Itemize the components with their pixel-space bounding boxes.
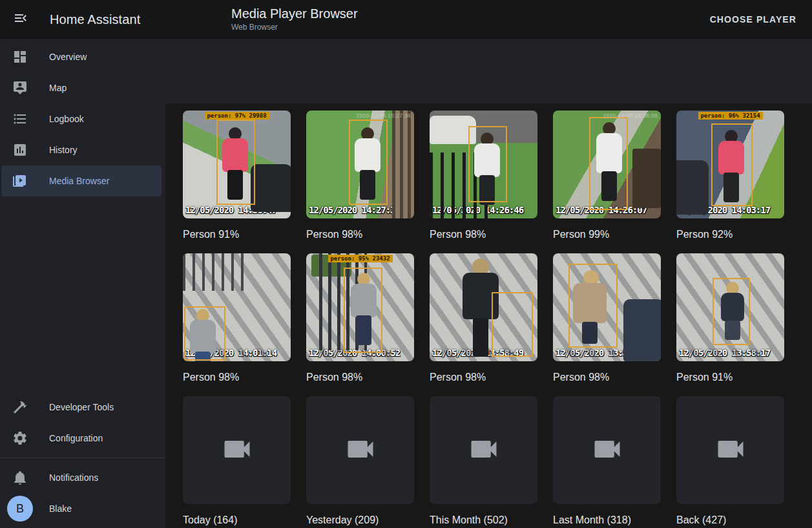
stroller-shape [251,164,291,212]
video-camera-icon [467,432,501,469]
folder-label: Today (164) [183,512,291,527]
video-camera-icon [590,432,624,469]
clip-card[interactable]: person: 96% 32154 12/05/2020 14:03:17 Pe… [676,111,784,242]
clip-thumbnail: 2020-12-05 15:27:36 12/05/2020 14:27:35 [306,111,414,218]
sidebar: Overview Map Logbook History Media Brows… [0,39,165,528]
detection-bbox [216,120,255,205]
choose-player-button[interactable]: CHOOSE PLAYER [702,0,804,39]
folder-label: Back (427) [676,512,784,527]
clip-thumbnail: 2020-12-05 15:26:08 12/05/2020 14:26:07 [553,111,661,218]
clip-card[interactable]: person: 95% 23432 12/05/2020 14:00:52 Pe… [306,253,414,385]
video-camera-icon [220,432,254,469]
user-name: Blake [49,503,72,514]
folder-thumbnail [306,396,414,504]
clip-thumbnail: person: 97% 29988 12/05/2020 14:38:47 [183,111,291,218]
sidebar-item-label: Notifications [49,472,98,483]
list-icon [12,111,28,127]
detection-label: person: 95% 23432 [328,255,392,262]
sidebar-item-history[interactable]: History [1,134,161,165]
folder-label: This Month (502) [430,512,537,527]
menu-open-icon [13,10,28,28]
sidebar-item-developer-tools[interactable]: Developer Tools [1,392,161,423]
stroller-shape [676,160,709,215]
folder-card-last-month[interactable]: Last Month (318) [553,396,661,527]
folder-thumbnail [553,396,661,504]
clip-label: Person 91% [676,370,784,385]
clip-thumbnail: 12/05/2020 14:26:46 [430,111,537,218]
clip-card[interactable]: 2020-12-05 15:27:36 12/05/2020 14:27:35 … [306,111,414,242]
gear-icon [12,430,28,446]
panel-subtitle: Web Browser [231,23,358,32]
folder-card-today[interactable]: Today (164) [183,396,291,527]
detection-label: person: 96% 32154 [698,112,762,120]
clip-thumbnail: 12/05/2020 14:01:14 [183,253,291,361]
clip-label: Person 92% [676,227,784,242]
chart-icon [12,142,28,158]
map-account-icon [12,80,28,96]
clip-label: Person 99% [553,227,661,242]
detection-bbox [568,264,618,348]
sidebar-item-map[interactable]: Map [1,72,161,103]
sidebar-item-label: History [49,145,78,155]
app-header: Home Assistant Media Player Browser Web … [0,0,812,39]
sidebar-item-notifications[interactable]: Notifications [1,462,161,493]
person-figure [349,273,379,345]
detection-bbox [711,123,753,206]
folder-card-yesterday[interactable]: Yesterday (209) [306,396,414,527]
sidebar-spacer [0,196,165,389]
camera-watermark: 2020-12-05 15:26:08 [603,112,658,119]
sidebar-item-media-browser[interactable]: Media Browser [1,165,161,196]
detection-bbox [589,117,628,210]
sidebar-title: Home Assistant [50,12,140,27]
clip-card[interactable]: 12/05/2020 14:01:14 Person 98% [183,253,291,385]
folder-card-this-month[interactable]: This Month (502) [430,396,537,527]
clip-card[interactable]: 12/05/2020 13:58:30 Person 98% [553,253,661,385]
sidebar-item-overview[interactable]: Overview [1,41,161,72]
folder-label: Last Month (318) [553,512,661,527]
camera-watermark: 2020-12-05 15:27:36 [356,112,411,119]
folder-card-back[interactable]: Back (427) [676,396,784,527]
user-avatar: B [7,496,33,522]
clip-label: Person 98% [183,370,291,385]
sidebar-item-label: Configuration [49,433,103,443]
clip-label: Person 98% [306,227,414,242]
clip-card[interactable]: person: 97% 29988 12/05/2020 14:38:47 Pe… [183,111,291,242]
detection-bbox [349,120,388,205]
clip-card[interactable]: 12/05/2020 14:26:46 Person 98% [430,111,537,242]
bell-icon [12,470,28,485]
clip-card[interactable]: 12/05/2020 13:58:49 Person 98% [430,253,537,385]
clip-label: Person 91% [183,227,291,242]
panel-title-group: Media Player Browser Web Browser [231,6,358,32]
media-browser-header [165,39,812,103]
sidebar-item-label: Developer Tools [49,402,114,412]
hammer-icon [12,399,28,415]
bench-shape [632,149,661,208]
clip-thumbnail: person: 96% 32154 12/05/2020 14:03:17 [676,111,784,218]
panel-title: Media Player Browser [231,6,358,21]
clip-card[interactable]: 2020-12-05 15:26:08 12/05/2020 14:26:07 … [553,111,661,242]
clip-thumbnail: person: 95% 23432 12/05/2020 14:00:52 [306,253,414,361]
folder-thumbnail [183,396,291,504]
clip-thumbnail: 12/05/2020 13:58:30 [553,253,661,361]
sidebar-item-logbook[interactable]: Logbook [1,103,161,134]
clip-label: Person 98% [553,370,661,385]
clip-card[interactable]: 12/05/2020 13:58:17 Person 91% [676,253,784,385]
sidebar-item-label: Media Browser [49,176,109,186]
menu-toggle-button[interactable] [5,4,36,35]
play-box-multiple-icon [12,173,28,189]
folder-label: Yesterday (209) [306,512,414,527]
porch-shape [392,111,414,218]
sidebar-item-profile[interactable]: B Blake [1,493,161,524]
detection-label: person: 97% 29988 [204,112,269,120]
sidebar-divider [0,458,165,458]
detection-bbox [184,306,225,361]
sidebar-item-configuration[interactable]: Configuration [1,423,161,454]
sidebar-item-label: Logbook [49,114,84,124]
sidebar-item-label: Map [49,83,67,93]
detection-bbox [468,126,507,202]
detection-bbox [713,278,750,345]
clip-thumbnail: 12/05/2020 13:58:49 [430,253,537,361]
video-camera-icon [714,432,747,469]
folder-thumbnail [676,396,784,504]
clip-timestamp: 12/05/2020 13:58:17 [679,348,783,358]
